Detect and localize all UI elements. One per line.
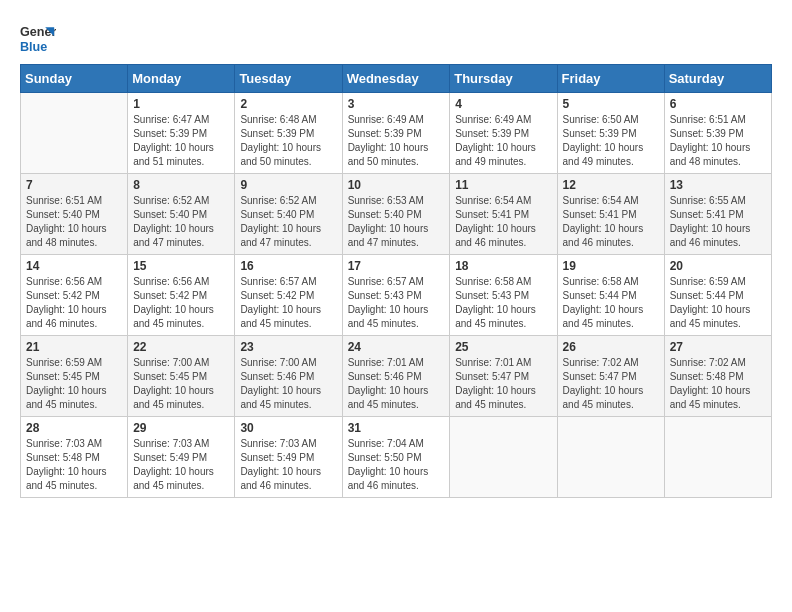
- day-number: 20: [670, 259, 766, 273]
- calendar-cell: 24Sunrise: 7:01 AMSunset: 5:46 PMDayligh…: [342, 336, 450, 417]
- calendar-cell: [450, 417, 557, 498]
- calendar-cell: 14Sunrise: 6:56 AMSunset: 5:42 PMDayligh…: [21, 255, 128, 336]
- day-number: 26: [563, 340, 659, 354]
- day-number: 30: [240, 421, 336, 435]
- day-number: 22: [133, 340, 229, 354]
- calendar-cell: 2Sunrise: 6:48 AMSunset: 5:39 PMDaylight…: [235, 93, 342, 174]
- day-number: 18: [455, 259, 551, 273]
- calendar-cell: 29Sunrise: 7:03 AMSunset: 5:49 PMDayligh…: [128, 417, 235, 498]
- day-detail: Sunrise: 6:57 AMSunset: 5:43 PMDaylight:…: [348, 275, 445, 331]
- day-detail: Sunrise: 6:53 AMSunset: 5:40 PMDaylight:…: [348, 194, 445, 250]
- day-detail: Sunrise: 6:49 AMSunset: 5:39 PMDaylight:…: [348, 113, 445, 169]
- day-detail: Sunrise: 6:52 AMSunset: 5:40 PMDaylight:…: [133, 194, 229, 250]
- calendar-cell: [557, 417, 664, 498]
- day-number: 23: [240, 340, 336, 354]
- day-number: 14: [26, 259, 122, 273]
- calendar-week-row: 7Sunrise: 6:51 AMSunset: 5:40 PMDaylight…: [21, 174, 772, 255]
- day-detail: Sunrise: 6:50 AMSunset: 5:39 PMDaylight:…: [563, 113, 659, 169]
- weekday-header: Friday: [557, 65, 664, 93]
- weekday-header: Sunday: [21, 65, 128, 93]
- weekday-header: Thursday: [450, 65, 557, 93]
- calendar-cell: 16Sunrise: 6:57 AMSunset: 5:42 PMDayligh…: [235, 255, 342, 336]
- calendar-cell: 6Sunrise: 6:51 AMSunset: 5:39 PMDaylight…: [664, 93, 771, 174]
- calendar-cell: 30Sunrise: 7:03 AMSunset: 5:49 PMDayligh…: [235, 417, 342, 498]
- day-detail: Sunrise: 6:54 AMSunset: 5:41 PMDaylight:…: [455, 194, 551, 250]
- day-detail: Sunrise: 6:52 AMSunset: 5:40 PMDaylight:…: [240, 194, 336, 250]
- calendar-cell: 18Sunrise: 6:58 AMSunset: 5:43 PMDayligh…: [450, 255, 557, 336]
- day-number: 29: [133, 421, 229, 435]
- day-detail: Sunrise: 6:47 AMSunset: 5:39 PMDaylight:…: [133, 113, 229, 169]
- day-detail: Sunrise: 6:51 AMSunset: 5:39 PMDaylight:…: [670, 113, 766, 169]
- day-detail: Sunrise: 7:03 AMSunset: 5:49 PMDaylight:…: [133, 437, 229, 493]
- day-number: 8: [133, 178, 229, 192]
- day-detail: Sunrise: 6:51 AMSunset: 5:40 PMDaylight:…: [26, 194, 122, 250]
- day-detail: Sunrise: 7:03 AMSunset: 5:49 PMDaylight:…: [240, 437, 336, 493]
- calendar-cell: 23Sunrise: 7:00 AMSunset: 5:46 PMDayligh…: [235, 336, 342, 417]
- calendar-cell: 20Sunrise: 6:59 AMSunset: 5:44 PMDayligh…: [664, 255, 771, 336]
- calendar-cell: 5Sunrise: 6:50 AMSunset: 5:39 PMDaylight…: [557, 93, 664, 174]
- day-number: 28: [26, 421, 122, 435]
- day-detail: Sunrise: 7:00 AMSunset: 5:45 PMDaylight:…: [133, 356, 229, 412]
- calendar-cell: 25Sunrise: 7:01 AMSunset: 5:47 PMDayligh…: [450, 336, 557, 417]
- day-number: 16: [240, 259, 336, 273]
- day-number: 11: [455, 178, 551, 192]
- day-number: 4: [455, 97, 551, 111]
- day-number: 25: [455, 340, 551, 354]
- calendar-cell: 28Sunrise: 7:03 AMSunset: 5:48 PMDayligh…: [21, 417, 128, 498]
- calendar-cell: 11Sunrise: 6:54 AMSunset: 5:41 PMDayligh…: [450, 174, 557, 255]
- day-number: 13: [670, 178, 766, 192]
- calendar-week-row: 1Sunrise: 6:47 AMSunset: 5:39 PMDaylight…: [21, 93, 772, 174]
- calendar-week-row: 28Sunrise: 7:03 AMSunset: 5:48 PMDayligh…: [21, 417, 772, 498]
- calendar-cell: 12Sunrise: 6:54 AMSunset: 5:41 PMDayligh…: [557, 174, 664, 255]
- calendar-cell: 26Sunrise: 7:02 AMSunset: 5:47 PMDayligh…: [557, 336, 664, 417]
- day-detail: Sunrise: 7:00 AMSunset: 5:46 PMDaylight:…: [240, 356, 336, 412]
- day-number: 2: [240, 97, 336, 111]
- day-number: 19: [563, 259, 659, 273]
- weekday-header: Monday: [128, 65, 235, 93]
- day-number: 9: [240, 178, 336, 192]
- svg-text:Blue: Blue: [20, 40, 47, 54]
- day-number: 12: [563, 178, 659, 192]
- calendar-cell: 17Sunrise: 6:57 AMSunset: 5:43 PMDayligh…: [342, 255, 450, 336]
- day-detail: Sunrise: 7:02 AMSunset: 5:47 PMDaylight:…: [563, 356, 659, 412]
- calendar-week-row: 14Sunrise: 6:56 AMSunset: 5:42 PMDayligh…: [21, 255, 772, 336]
- day-detail: Sunrise: 6:59 AMSunset: 5:44 PMDaylight:…: [670, 275, 766, 331]
- day-number: 3: [348, 97, 445, 111]
- day-number: 15: [133, 259, 229, 273]
- day-detail: Sunrise: 6:56 AMSunset: 5:42 PMDaylight:…: [26, 275, 122, 331]
- day-detail: Sunrise: 6:58 AMSunset: 5:43 PMDaylight:…: [455, 275, 551, 331]
- calendar-table: SundayMondayTuesdayWednesdayThursdayFrid…: [20, 64, 772, 498]
- calendar-week-row: 21Sunrise: 6:59 AMSunset: 5:45 PMDayligh…: [21, 336, 772, 417]
- day-detail: Sunrise: 6:57 AMSunset: 5:42 PMDaylight:…: [240, 275, 336, 331]
- day-detail: Sunrise: 7:02 AMSunset: 5:48 PMDaylight:…: [670, 356, 766, 412]
- logo: General Blue: [20, 20, 56, 56]
- calendar-header-row: SundayMondayTuesdayWednesdayThursdayFrid…: [21, 65, 772, 93]
- day-number: 21: [26, 340, 122, 354]
- calendar-cell: [21, 93, 128, 174]
- calendar-cell: 8Sunrise: 6:52 AMSunset: 5:40 PMDaylight…: [128, 174, 235, 255]
- calendar-cell: 13Sunrise: 6:55 AMSunset: 5:41 PMDayligh…: [664, 174, 771, 255]
- day-detail: Sunrise: 7:04 AMSunset: 5:50 PMDaylight:…: [348, 437, 445, 493]
- day-number: 24: [348, 340, 445, 354]
- calendar-cell: 22Sunrise: 7:00 AMSunset: 5:45 PMDayligh…: [128, 336, 235, 417]
- day-detail: Sunrise: 6:54 AMSunset: 5:41 PMDaylight:…: [563, 194, 659, 250]
- logo-icon: General Blue: [20, 20, 56, 56]
- calendar-cell: 3Sunrise: 6:49 AMSunset: 5:39 PMDaylight…: [342, 93, 450, 174]
- day-detail: Sunrise: 6:49 AMSunset: 5:39 PMDaylight:…: [455, 113, 551, 169]
- day-detail: Sunrise: 6:55 AMSunset: 5:41 PMDaylight:…: [670, 194, 766, 250]
- day-number: 31: [348, 421, 445, 435]
- day-detail: Sunrise: 6:58 AMSunset: 5:44 PMDaylight:…: [563, 275, 659, 331]
- calendar-cell: 27Sunrise: 7:02 AMSunset: 5:48 PMDayligh…: [664, 336, 771, 417]
- day-detail: Sunrise: 7:01 AMSunset: 5:46 PMDaylight:…: [348, 356, 445, 412]
- day-number: 1: [133, 97, 229, 111]
- weekday-header: Wednesday: [342, 65, 450, 93]
- weekday-header: Tuesday: [235, 65, 342, 93]
- day-number: 5: [563, 97, 659, 111]
- calendar-cell: 15Sunrise: 6:56 AMSunset: 5:42 PMDayligh…: [128, 255, 235, 336]
- day-number: 17: [348, 259, 445, 273]
- day-number: 6: [670, 97, 766, 111]
- calendar-cell: 19Sunrise: 6:58 AMSunset: 5:44 PMDayligh…: [557, 255, 664, 336]
- day-detail: Sunrise: 7:03 AMSunset: 5:48 PMDaylight:…: [26, 437, 122, 493]
- day-detail: Sunrise: 6:59 AMSunset: 5:45 PMDaylight:…: [26, 356, 122, 412]
- calendar-cell: 4Sunrise: 6:49 AMSunset: 5:39 PMDaylight…: [450, 93, 557, 174]
